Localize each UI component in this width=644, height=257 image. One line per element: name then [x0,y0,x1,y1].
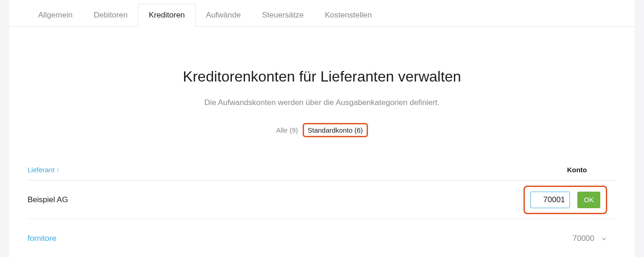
filter-row: Alle (9) Standardkonto (6) [9,123,635,137]
page-title: Kreditorenkonten für Lieferanten verwalt… [9,68,635,85]
column-header-lieferant[interactable]: Lieferant ↑ [28,166,59,174]
supplier-name-link[interactable]: fornitore [28,234,56,243]
tab-debitoren[interactable]: Debitoren [83,4,138,27]
filter-standardkonto[interactable]: Standardkonto (6) [303,123,368,137]
tab-allgemein[interactable]: Allgemein [28,4,83,27]
filter-all[interactable]: Alle (9) [276,126,298,134]
tab-aufwaende[interactable]: Aufwände [196,4,252,27]
sort-ascending-icon: ↑ [56,166,59,174]
table-row: Beispiel AG OK [28,181,616,219]
suppliers-table: Lieferant ↑ Konto Beispiel AG OK fornito… [28,166,616,257]
page-subtitle: Die Aufwandskonten werden über die Ausga… [9,98,635,107]
table-header: Lieferant ↑ Konto [28,166,616,181]
tab-kreditoren[interactable]: Kreditoren [138,4,195,27]
konto-input[interactable] [530,192,570,208]
column-header-lieferant-label: Lieferant [28,166,54,174]
ok-button[interactable]: OK [577,192,600,208]
konto-cell: OK [523,186,616,214]
column-header-konto: Konto [567,166,616,174]
supplier-name: Beispiel AG [28,195,68,204]
konto-value: 70000 [573,234,594,243]
chevron-down-icon [601,235,607,242]
table-row: fornitore 70000 [28,219,616,257]
tab-steuersaetze[interactable]: Steuersätze [251,4,314,27]
konto-cell[interactable]: 70000 [573,234,616,243]
konto-edit-group: OK [523,186,607,214]
tab-bar: Allgemein Debitoren Kreditoren Aufwände … [9,4,635,27]
tab-kostenstellen[interactable]: Kostenstellen [314,4,382,27]
